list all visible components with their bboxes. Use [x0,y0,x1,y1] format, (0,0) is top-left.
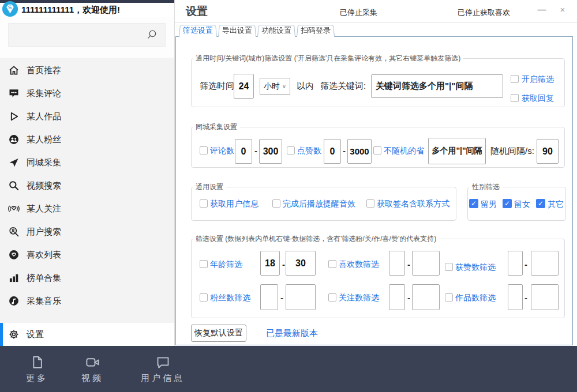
fans-num-filter-label[interactable]: 粉丝数筛选 [210,293,250,303]
search-area [0,17,174,58]
like-count-label[interactable]: 点赞数 [297,146,321,156]
comment-count-max-input[interactable] [259,139,282,164]
like-count-max-input[interactable] [347,139,372,164]
tab-export-settings[interactable]: 导出设置 [218,24,256,37]
keep-female-checkbox[interactable] [503,199,512,208]
close-button[interactable]: × [556,3,569,17]
bottom-item-video[interactable]: 视频 [74,355,111,384]
comment-count-checkbox[interactable] [200,146,208,154]
signature-contact-checkbox[interactable] [366,199,374,208]
get-replies-checkbox[interactable] [511,94,519,102]
province-input[interactable] [428,138,486,164]
play-sound-checkbox[interactable] [272,199,280,208]
enable-filter-checkbox[interactable] [511,75,519,83]
range-separator: - [524,259,527,269]
age-filter-label[interactable]: 年龄筛选 [210,259,242,270]
follow-num-filter-checkbox[interactable] [328,293,336,301]
search-input[interactable] [13,26,146,44]
reset-defaults-button[interactable]: 恢复默认设置 [191,325,246,342]
sidebar-item-label: 同城采集 [27,157,61,168]
works-num-min-input[interactable] [508,284,523,310]
tab-filter-settings[interactable]: 筛选设置 [179,24,217,37]
sidebar-item-home-feed[interactable]: 首页推荐 [0,59,174,82]
sidebar-item-user-fans[interactable]: 某人粉丝 [0,128,174,151]
comment-count-label[interactable]: 评论数 [210,146,234,156]
works-num-filter-label[interactable]: 作品数筛选 [455,293,496,303]
time-unit-value: 小时 [264,81,280,92]
signature-contact-label[interactable]: 获取签名含联系方式 [377,199,449,209]
time-unit-select[interactable]: 小时 ∨ [260,78,290,95]
random-interval-input[interactable] [537,139,559,164]
age-max-input[interactable] [286,251,316,276]
status-collect: 已停止采集 [340,7,377,18]
gear-icon [8,329,20,340]
follow-num-min-input[interactable] [389,284,405,310]
keep-male-label[interactable]: 留男 [481,199,497,210]
like-num-max-input[interactable] [412,251,440,276]
range-separator: - [282,259,285,269]
age-filter-checkbox[interactable] [200,260,208,268]
follow-num-filter-label[interactable]: 关注数筛选 [339,293,379,303]
praise-num-filter-label[interactable]: 获赞数筛选 [455,262,496,273]
sidebar-item-collect-comments[interactable]: 采集评论 [0,82,174,105]
keep-other-label[interactable]: 其它 [548,199,564,210]
minimize-button[interactable]: — [535,3,549,17]
play-sound-label[interactable]: 完成后播放提醒音效 [283,199,355,209]
province-label[interactable]: 不随机的省 [384,146,424,156]
get-replies-label[interactable]: 获取回复 [522,93,554,104]
home-icon [8,65,20,76]
keep-male-checkbox[interactable] [469,199,478,208]
sidebar-item-label: 喜欢列表 [27,250,61,261]
sidebar-item-label: 榜单合集 [27,273,61,284]
age-min-input[interactable] [260,251,280,276]
like-num-min-input[interactable] [389,251,405,276]
sidebar-item-likes-list[interactable]: 喜欢列表 [0,243,174,266]
sidebar-item-settings[interactable]: 设置 [0,323,174,346]
tab-function-settings[interactable]: 功能设置 [257,24,295,37]
filter-time-input[interactable] [234,74,254,99]
like-count-min-input[interactable] [324,139,341,164]
fans-num-filter-checkbox[interactable] [200,293,208,301]
praise-num-max-input[interactable] [531,251,559,276]
praise-num-filter-checkbox[interactable] [445,263,453,271]
comment-count-min-input[interactable] [235,139,252,164]
sidebar-item-label: 某人作品 [27,111,61,122]
fans-num-min-input[interactable] [260,284,278,310]
version-status-link[interactable]: 已是最新版本 [266,328,318,339]
sidebar-item-label: 某人关注 [27,203,61,214]
tab-qr-login[interactable]: 扫码登录 [297,24,335,37]
sidebar-item-user-works[interactable]: 某人作品 [0,105,174,128]
bottom-toolbar: 更多 视频 用户信息 [0,346,577,392]
bottom-item-user-info[interactable]: 用户信息 [130,355,195,384]
follow-num-max-input[interactable] [412,284,440,310]
filter-keyword-label: 筛选关键词: [320,81,366,92]
sidebar-item-user-follows[interactable]: 某人关注 [0,197,174,220]
keep-other-checkbox[interactable] [536,199,545,208]
sidebar-item-video-search[interactable]: 视频搜索 [0,174,174,197]
bottom-item-label: 更多 [26,373,48,384]
filter-keyword-input[interactable] [371,74,503,98]
like-count-checkbox[interactable] [287,146,295,154]
bottom-item-more[interactable]: 更多 [18,355,55,384]
fans-num-max-input[interactable] [286,284,316,310]
page-title: 设置 [186,4,208,19]
sidebar-item-ranking-collection[interactable]: 榜单合集 [0,266,174,289]
get-user-info-checkbox[interactable] [200,199,208,208]
sidebar-item-city-collect[interactable]: 同城采集 [0,151,174,174]
like-num-filter-checkbox[interactable] [328,260,336,268]
like-num-filter-label[interactable]: 喜欢数筛选 [339,259,379,270]
works-num-max-input[interactable] [531,284,559,310]
app-logo-icon: S [2,1,18,17]
praise-num-min-input[interactable] [508,251,523,276]
sidebar-item-user-search[interactable]: 用户搜索 [0,220,174,243]
sidebar-item-collect-music[interactable]: 采集音乐 [0,289,174,312]
broadcast-heart-icon [8,203,20,214]
province-checkbox[interactable] [373,146,381,154]
enable-filter-label[interactable]: 开启筛选 [522,74,554,85]
tab-strip: 筛选设置 导出设置 功能设置 扫码登录 [179,24,336,37]
bar-chart-icon [8,272,20,284]
keep-female-label[interactable]: 留女 [514,199,530,210]
works-num-filter-checkbox[interactable] [445,293,453,301]
video-camera-icon [85,355,100,370]
get-user-info-label[interactable]: 获取用户信息 [210,199,258,209]
